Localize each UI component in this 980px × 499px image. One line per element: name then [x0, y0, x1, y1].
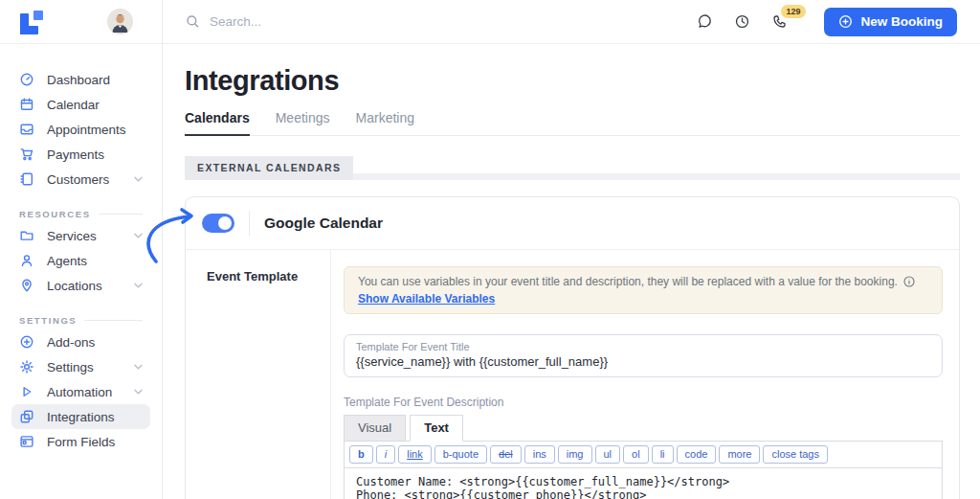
sidebar-item-label: Add-ons [47, 335, 95, 350]
sidebar-item-customers[interactable]: Customers [11, 167, 150, 192]
event-description-textarea[interactable]: Customer Name: <strong>{{customer_full_n… [345, 468, 942, 499]
tab-meetings[interactable]: Meetings [276, 110, 330, 135]
sidebar-item-dashboard[interactable]: Dashboard [11, 67, 150, 92]
li-button[interactable]: li [652, 445, 674, 464]
user-avatar[interactable] [107, 9, 133, 34]
search-icon [186, 14, 200, 29]
event-description-label: Template For Event Description [344, 396, 943, 409]
tab-marketing[interactable]: Marketing [356, 110, 414, 135]
sidebar-section-resources: RESOURCES [11, 204, 150, 223]
sidebar-item-calendar[interactable]: Calendar [11, 92, 150, 117]
field-content-column: You can use variables in your event titl… [331, 250, 959, 499]
bold-button[interactable]: b [349, 445, 373, 464]
section-label: EXTERNAL CALENDARS [185, 156, 353, 180]
page-tabs: Calendars Meetings Marketing [185, 110, 960, 136]
card-body: Event Template You can use variables in … [186, 250, 959, 499]
more-button[interactable]: more [719, 445, 760, 464]
sidebar-section-settings: SETTINGS [11, 310, 150, 329]
sidebar: Dashboard Calendar Appointments [0, 0, 163, 499]
sidebar-item-label: Settings [47, 360, 94, 374]
topbar-actions: 129 New Booking [697, 8, 957, 36]
editor-tabs: Visual Text [344, 415, 943, 442]
event-title-field-label: Template For Event Title [356, 341, 930, 352]
google-calendar-card: Google Calendar Event Template You can u… [185, 196, 960, 499]
app-window: Dashboard Calendar Appointments [0, 0, 980, 499]
sidebar-item-label: Dashboard [47, 73, 110, 87]
person-icon [19, 253, 34, 268]
sidebar-item-label: Agents [47, 254, 87, 268]
sidebar-item-form-fields[interactable]: Form Fields [11, 429, 150, 454]
notification-badge: 129 [781, 5, 805, 18]
section-header-label: SETTINGS [19, 315, 77, 326]
plus-circle-icon [19, 334, 34, 350]
clock-icon[interactable] [734, 13, 750, 30]
topbar: 129 New Booking [163, 0, 980, 44]
chevron-down-icon [134, 233, 143, 238]
sidebar-item-addons[interactable]: Add-ons [11, 329, 150, 354]
sidebar-item-appointments[interactable]: Appointments [11, 117, 150, 142]
sidebar-item-label: Services [47, 229, 97, 243]
sidebar-item-payments[interactable]: Payments [11, 142, 150, 167]
card-header: Google Calendar [186, 197, 959, 250]
ol-button[interactable]: ol [623, 445, 649, 464]
sidebar-item-integrations[interactable]: Integrations [11, 404, 150, 429]
info-icon [903, 276, 915, 287]
sidebar-item-label: Customers [47, 172, 109, 187]
sidebar-item-label: Integrations [47, 410, 115, 424]
ins-button[interactable]: ins [524, 445, 555, 464]
event-template-label: Event Template [207, 269, 330, 284]
chevron-down-icon [134, 283, 143, 288]
phone-icon[interactable]: 129 [771, 13, 788, 30]
address-book-icon [19, 171, 34, 187]
code-button[interactable]: code [677, 445, 717, 464]
chat-icon[interactable] [697, 13, 713, 30]
ul-button[interactable]: ul [595, 445, 621, 464]
sidebar-item-locations[interactable]: Locations [11, 273, 150, 298]
close-tags-button[interactable]: close tags [763, 445, 828, 464]
external-calendars-section: EXTERNAL CALENDARS [185, 156, 960, 180]
editor-tab-text[interactable]: Text [410, 415, 463, 442]
sidebar-item-label: Payments [47, 147, 104, 162]
chevron-down-icon [134, 389, 143, 395]
page-content: Integrations Calendars Meetings Marketin… [163, 44, 980, 499]
map-pin-icon [19, 278, 34, 293]
sidebar-item-automation[interactable]: Automation [11, 379, 150, 404]
global-search[interactable] [186, 14, 697, 29]
google-calendar-toggle[interactable] [202, 214, 234, 233]
plus-circle-icon [838, 14, 853, 29]
sidebar-item-label: Form Fields [47, 435, 115, 449]
del-button[interactable]: del [490, 445, 522, 464]
description-editor: Visual Text b i link b-quote del ins img [344, 415, 943, 499]
sidebar-header [0, 0, 162, 44]
italic-button[interactable]: i [376, 445, 395, 464]
link-button[interactable]: link [398, 445, 432, 464]
show-available-variables-link[interactable]: Show Available Variables [358, 292, 495, 306]
sidebar-item-settings[interactable]: Settings [11, 354, 150, 379]
sidebar-item-services[interactable]: Services [11, 223, 150, 248]
event-title-input[interactable] [356, 354, 930, 369]
sidebar-item-label: Locations [47, 279, 102, 293]
img-button[interactable]: img [558, 445, 592, 464]
new-booking-label: New Booking [860, 14, 943, 29]
gear-icon [19, 359, 34, 374]
chevron-down-icon [134, 176, 143, 182]
event-title-field[interactable]: Template For Event Title [344, 334, 943, 377]
editor-area: Customer Name: <strong>{{customer_full_n… [344, 468, 943, 499]
sidebar-item-agents[interactable]: Agents [11, 248, 150, 273]
section-rule [353, 173, 960, 180]
sidebar-item-label: Automation [47, 385, 112, 399]
main-area: 129 New Booking Integrations Calendars M… [163, 0, 980, 499]
divider [249, 211, 250, 236]
calendar-icon [19, 97, 34, 112]
page-title: Integrations [185, 65, 960, 97]
editor-tab-visual[interactable]: Visual [344, 415, 406, 442]
blockquote-button[interactable]: b-quote [434, 445, 487, 464]
cart-icon [19, 147, 34, 162]
tab-calendars[interactable]: Calendars [185, 110, 250, 136]
new-booking-button[interactable]: New Booking [824, 8, 957, 36]
sidebar-item-label: Appointments [47, 123, 126, 137]
banner-text: You can use variables in your event titl… [358, 275, 898, 288]
search-input[interactable] [210, 14, 497, 29]
sidebar-nav: Dashboard Calendar Appointments [0, 44, 162, 454]
field-label-column: Event Template [186, 250, 331, 499]
